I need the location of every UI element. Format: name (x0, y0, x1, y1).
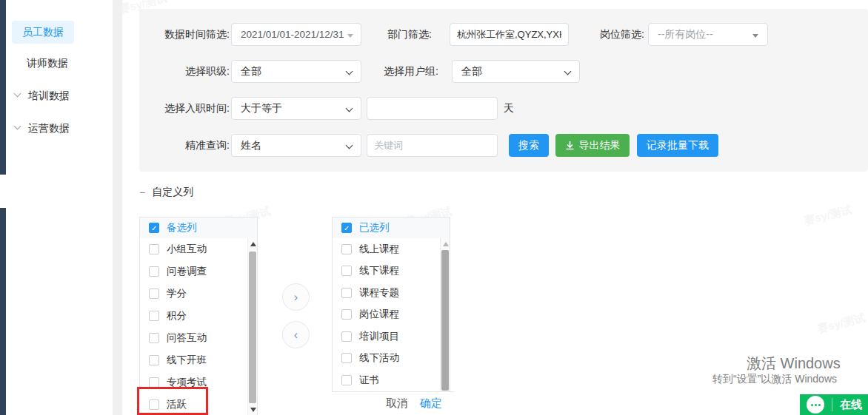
list-item[interactable]: 线下活动 (333, 348, 450, 370)
scrollbar-thumb[interactable] (441, 250, 449, 391)
caret-down-icon (752, 34, 758, 38)
chat-bubble-icon (807, 396, 824, 414)
batch-download-button[interactable]: 记录批量下载 (637, 134, 718, 157)
chevron-down-icon (346, 105, 353, 112)
custom-columns-title: 自定义列 (152, 186, 193, 199)
keyword-input[interactable] (367, 134, 498, 157)
scroll-up-icon[interactable] (250, 242, 256, 246)
list-item[interactable]: 学分 (140, 283, 257, 305)
checkbox-icon[interactable] (341, 353, 352, 363)
list-item[interactable]: 岗位课程 (333, 304, 450, 326)
query-field-select[interactable]: 姓名 (231, 134, 361, 157)
department-filter-label: 部门筛选: (384, 23, 432, 46)
checkbox-icon[interactable] (149, 333, 159, 343)
date-range-label: 数据时间筛选: (154, 23, 230, 46)
watermark: 赛sy/测试 (816, 311, 867, 336)
collapse-minus-icon: − (139, 187, 145, 198)
list-item[interactable]: 培训项目 (333, 325, 450, 348)
chat-label: 在线 (840, 398, 862, 412)
checkbox-icon[interactable] (341, 266, 352, 276)
watermark: 赛sy/测试 (803, 203, 853, 228)
checkbox-icon[interactable] (341, 288, 352, 298)
left-accent-bar-top (0, 0, 6, 175)
list-item[interactable]: 活跃 (140, 394, 257, 415)
checkbox-icon[interactable] (149, 266, 159, 277)
checkbox-icon[interactable] (341, 309, 352, 320)
list-item[interactable]: 线下课程 (333, 260, 450, 283)
list-item[interactable]: 问答互动 (140, 327, 257, 349)
date-range-select[interactable]: 2021/01/01-2021/12/31 (231, 23, 361, 46)
list-item[interactable]: 线下开班 (140, 349, 257, 371)
chevron-down-icon (564, 68, 572, 75)
checkbox-icon[interactable] (149, 377, 159, 388)
list-item[interactable]: 证书 (333, 369, 450, 391)
hire-days-input[interactable] (367, 97, 498, 120)
available-columns-list: 小组互动 问卷调查 学分 积分 问答互动 线下开班 专项考试 活跃 (139, 238, 258, 415)
scrollbar[interactable] (247, 238, 257, 415)
sidebar-item-operation-data[interactable]: 运营数据 (28, 122, 70, 135)
checkbox-checked-icon[interactable] (341, 223, 352, 233)
list-item[interactable]: 线上课程 (333, 238, 450, 260)
cancel-button[interactable]: 取消 (386, 397, 408, 411)
chevron-left-icon: ‹ (294, 328, 298, 342)
checkbox-icon[interactable] (341, 244, 352, 254)
move-right-button[interactable]: › (282, 283, 310, 311)
list-item[interactable]: 课程专题 (333, 282, 450, 304)
chevron-down-icon (346, 68, 353, 75)
chevron-right-icon: › (294, 291, 298, 304)
app-root: 赛sy/测试 赛sy/测试 赛sy/测试 赛sy/测试 赛sy/测试 赛sy/测… (0, 0, 868, 415)
selected-columns-list: 线上课程 线下课程 课程专题 岗位课程 培训项目 线下活动 证书 (332, 238, 450, 392)
caret-down-icon (347, 34, 353, 38)
online-chat-button[interactable]: 在线 (800, 394, 868, 415)
rank-select[interactable]: 全部 (231, 60, 361, 83)
checkbox-icon[interactable] (149, 289, 159, 299)
scrollbar[interactable] (440, 238, 450, 391)
list-item[interactable]: 小组互动 (140, 238, 257, 260)
checkbox-icon[interactable] (341, 375, 352, 385)
sidebar-item-instructor-data[interactable]: 讲师数据 (27, 57, 68, 70)
checkbox-icon[interactable] (149, 355, 159, 365)
download-icon (565, 141, 575, 150)
checkbox-icon[interactable] (149, 311, 159, 321)
windows-activation-title: 激活 Windows (747, 354, 841, 374)
windows-activation-subtitle: 转到“设置”以激活 Windows (712, 373, 837, 386)
columns-footer: 取消 确定 (332, 391, 454, 415)
list-item[interactable]: 专项考试 (140, 371, 257, 394)
sidebar-item-training-data[interactable]: 培训数据 (28, 90, 70, 103)
available-columns-label: 备选列 (167, 221, 197, 235)
hire-date-operator-select[interactable]: 大于等于 (231, 97, 361, 120)
scroll-down-icon[interactable] (250, 408, 256, 412)
list-item[interactable]: 积分 (140, 305, 257, 327)
scroll-up-icon[interactable] (443, 242, 449, 246)
chevron-down-icon (14, 90, 21, 98)
post-filter-label: 岗位筛选: (595, 23, 644, 46)
checkbox-icon[interactable] (149, 399, 159, 410)
sidebar: 员工数据 讲师数据 培训数据 运营数据 (6, 0, 113, 415)
search-button[interactable]: 搜索 (509, 134, 549, 157)
rank-label: 选择职级: (154, 60, 230, 83)
sidebar-content-divider (113, 0, 122, 415)
confirm-button[interactable]: 确定 (420, 397, 442, 411)
checkbox-icon[interactable] (341, 331, 352, 342)
user-group-label: 选择用户组: (384, 60, 437, 83)
hire-date-label: 选择入职时间: (147, 97, 230, 120)
export-results-button[interactable]: 导出结果 (555, 134, 630, 157)
custom-columns-section-header[interactable]: − 自定义列 (139, 186, 193, 199)
sidebar-item-employee-data[interactable]: 员工数据 (12, 21, 74, 44)
selected-columns-label: 已选列 (359, 221, 390, 235)
available-columns-header[interactable]: 备选列 (139, 217, 258, 239)
scrollbar-thumb[interactable] (249, 252, 256, 403)
divider (832, 398, 832, 411)
post-filter-select[interactable]: --所有岗位-- (648, 23, 768, 46)
checkbox-checked-icon[interactable] (149, 223, 159, 233)
checkbox-icon[interactable] (149, 244, 159, 254)
filter-panel: 数据时间筛选: 2021/01/01-2021/12/31 部门筛选: 岗位筛选… (139, 9, 868, 172)
precise-query-label: 精准查询: (154, 134, 230, 157)
selected-columns-header[interactable]: 已选列 (332, 217, 450, 239)
chevron-down-icon (14, 123, 21, 130)
user-group-select[interactable]: 全部 (452, 60, 580, 83)
list-item[interactable]: 问卷调查 (140, 260, 257, 283)
left-accent-bar-bottom (0, 208, 6, 415)
move-left-button[interactable]: ‹ (282, 321, 310, 348)
department-input[interactable] (450, 23, 569, 46)
